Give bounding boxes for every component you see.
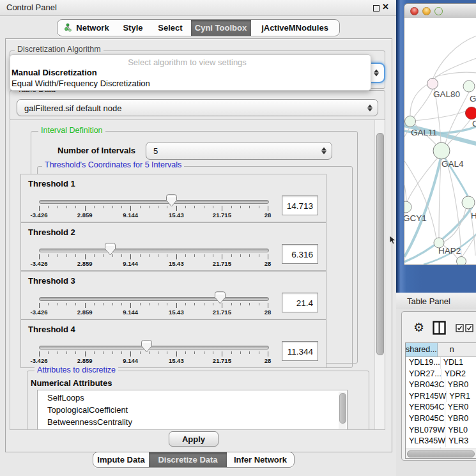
minor-tick [103, 351, 104, 354]
network-view-canvas[interactable]: GAL80GACGAL11GAL4GCY1HHAP2 [404, 18, 476, 265]
combo-stepper-icon[interactable] [374, 70, 379, 77]
panel-scrollbar-thumb[interactable] [376, 133, 384, 355]
table-horizontal-scrollbar-thumb[interactable] [407, 450, 475, 457]
minor-tick [112, 254, 113, 257]
panel-scrollbar[interactable] [374, 120, 385, 429]
column-header-shared-name[interactable]: shared... [406, 343, 438, 357]
table-row[interactable]: YBR045CYBR0 [406, 413, 476, 425]
network-edge[interactable] [433, 36, 476, 78]
threshold-slider-handle[interactable] [215, 291, 226, 304]
threshold-value-field[interactable]: 11.344 [282, 341, 318, 361]
attributes-group-label: Attributes to discretize [35, 366, 118, 374]
table-cell: YER054C [406, 402, 445, 413]
threshold-slider-track[interactable] [39, 346, 269, 349]
slider-tick-labels: -3.4262.8599.14415.4321.71528 [39, 260, 268, 267]
network-edge[interactable] [439, 159, 441, 238]
tab-infer-network[interactable]: Infer Network [227, 452, 294, 467]
combo-stepper-icon[interactable] [367, 104, 372, 111]
tab-jactivemnodules[interactable]: jActiveMNodules [251, 20, 339, 36]
table-row[interactable]: YER054CYER0 [406, 402, 476, 413]
minor-tick [213, 303, 213, 305]
table-cell: YBL079W [406, 425, 445, 436]
minor-tick [204, 303, 204, 305]
table-row[interactable]: YBL079WYBL0 [406, 425, 476, 436]
tab-network[interactable]: Network [58, 20, 116, 36]
node-bottom[interactable] [457, 257, 466, 265]
attribute-list-item[interactable]: TopologicalCoefficient [38, 404, 347, 416]
minor-tick [58, 254, 58, 257]
minor-tick [121, 206, 122, 208]
apply-button[interactable]: Apply [169, 431, 219, 447]
table-row[interactable]: YLR345WYLR3 [406, 436, 476, 447]
table-cell: YPR1 [447, 391, 476, 403]
network-edge[interactable] [404, 185, 406, 202]
node-green-top[interactable] [463, 81, 475, 92]
table-panel-inner: ⚙ shared... n YDL19...YDL1YDR27...YDR2YB… [401, 311, 476, 461]
network-edge[interactable] [413, 89, 433, 118]
tab-select[interactable]: Select [150, 20, 191, 36]
minor-tick [112, 206, 113, 208]
threshold-slider-handle[interactable] [166, 194, 177, 207]
float-window-icon[interactable] [373, 5, 380, 12]
gear-icon[interactable]: ⚙ [413, 321, 424, 334]
threshold-slider-handle[interactable] [141, 340, 152, 353]
table-data-combobox[interactable]: galFiltered.sif default node [17, 99, 378, 116]
list-scrollbar[interactable] [339, 392, 346, 429]
attribute-list-item[interactable]: BetweennessCentrality [38, 416, 347, 428]
node-pink[interactable] [427, 79, 438, 89]
checkbox-checked-icon[interactable] [456, 324, 464, 332]
network-edge[interactable] [435, 72, 476, 77]
tick-label: 15.43 [169, 309, 184, 316]
column-header-name[interactable]: n [438, 343, 476, 357]
minor-tick [112, 303, 113, 305]
list-scrollbar-thumb[interactable] [339, 393, 346, 424]
tick-label: 28 [265, 260, 272, 267]
table-cell: YDL1 [441, 357, 476, 369]
node-gal4[interactable] [433, 142, 450, 159]
threshold-slider-track[interactable] [39, 200, 269, 204]
network-edge[interactable] [443, 209, 466, 242]
node-gal11[interactable] [405, 116, 416, 127]
zoom-traffic-light[interactable] [434, 7, 443, 15]
major-tick [85, 254, 86, 259]
number-of-intervals-combobox[interactable]: 5 [146, 142, 332, 160]
tab-cyni-toolbox[interactable]: Cyni Toolbox [191, 20, 251, 36]
table-cell: YBR045C [406, 413, 445, 425]
tab-impute-data[interactable]: Impute Data [93, 452, 149, 467]
node-red[interactable] [466, 107, 476, 119]
tick-label: 2.859 [77, 309, 93, 316]
threshold-value-field[interactable]: 6.316 [282, 244, 318, 264]
dropdown-item-equal-width-frequency[interactable]: Equal Width/Frequency Discretization [12, 79, 150, 88]
threshold-slider-track[interactable] [39, 297, 269, 301]
major-tick [176, 254, 177, 259]
minor-tick [259, 254, 259, 257]
tab-style[interactable]: Style [116, 20, 150, 36]
minimize-traffic-light[interactable] [422, 7, 431, 15]
minor-tick [66, 351, 67, 354]
table-row[interactable]: YPR145WYPR1 [406, 391, 476, 403]
minor-tick [48, 351, 49, 354]
node-gcy1[interactable] [404, 201, 411, 213]
combo-stepper-icon[interactable] [321, 148, 326, 155]
major-tick [39, 351, 40, 357]
dropdown-item-manual-discretization[interactable]: Manual Discretization [12, 68, 97, 77]
minor-tick [259, 303, 259, 305]
table-row[interactable]: YBR043CYBR0 [406, 380, 476, 391]
threshold-value-field[interactable]: 14.713 [282, 196, 318, 215]
attribute-list-item[interactable]: SelfLoops [38, 392, 347, 404]
tick-label: 15.43 [169, 260, 184, 267]
table-row[interactable]: YDL19...YDL1 [406, 357, 476, 369]
table-row[interactable]: YDR27...YDR2 [406, 369, 476, 380]
network-edge[interactable] [407, 158, 438, 202]
close-traffic-light[interactable] [410, 7, 418, 15]
close-icon[interactable]: ✕ [382, 2, 389, 12]
node-h[interactable] [462, 196, 475, 209]
major-tick [268, 351, 268, 357]
threshold-slider-handle[interactable] [105, 243, 116, 256]
split-columns-icon[interactable] [433, 321, 446, 335]
checkbox-checked-icon[interactable] [465, 324, 473, 332]
tab-discretize-data[interactable]: Discretize Data [149, 452, 227, 467]
table-horizontal-scrollbar[interactable] [406, 449, 476, 458]
threshold-slider-track[interactable] [39, 249, 269, 252]
threshold-value-field[interactable]: 21.4 [282, 293, 318, 312]
